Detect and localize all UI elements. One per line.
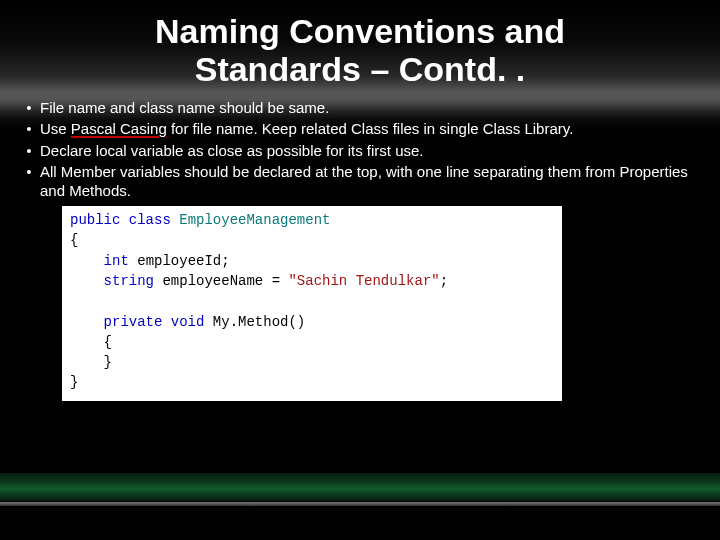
bullet-icon: • xyxy=(18,141,40,160)
code-line: private void My.Method() xyxy=(70,312,554,332)
bullet-icon: • xyxy=(18,119,40,138)
code-line: string employeeName = "Sachin Tendulkar"… xyxy=(70,271,554,291)
bullet-icon: • xyxy=(18,98,40,117)
slide-body: • File name and class name should be sam… xyxy=(0,94,720,401)
bullet-list: • File name and class name should be sam… xyxy=(18,98,702,200)
bullet-icon: • xyxy=(18,162,40,181)
footer-decoration xyxy=(0,472,720,540)
code-sample: public class EmployeeManagement { int em… xyxy=(62,206,562,401)
bullet-text: All Member variables should be declared … xyxy=(40,162,702,200)
bullet-text: Use Pascal Casing for file name. Keep re… xyxy=(40,119,702,138)
title-line-2: Standards – Contd. . xyxy=(20,50,700,88)
slide-title: Naming Conventions and Standards – Contd… xyxy=(0,0,720,94)
list-item: • Declare local variable as close as pos… xyxy=(18,141,702,160)
bullet-text: Declare local variable as close as possi… xyxy=(40,141,702,160)
code-line: int employeeId; xyxy=(70,251,554,271)
list-item: • All Member variables should be declare… xyxy=(18,162,702,200)
code-line xyxy=(70,291,554,311)
code-line: } xyxy=(70,372,554,392)
code-line: { xyxy=(70,332,554,352)
list-item: • File name and class name should be sam… xyxy=(18,98,702,117)
code-line: { xyxy=(70,230,554,250)
slide: Naming Conventions and Standards – Contd… xyxy=(0,0,720,540)
title-line-1: Naming Conventions and xyxy=(20,12,700,50)
code-line: } xyxy=(70,352,554,372)
list-item: • Use Pascal Casing for file name. Keep … xyxy=(18,119,702,138)
bullet-text: File name and class name should be same. xyxy=(40,98,702,117)
code-line: public class EmployeeManagement xyxy=(70,210,554,230)
link-pascal-casing: Pascal Casing xyxy=(71,120,167,137)
